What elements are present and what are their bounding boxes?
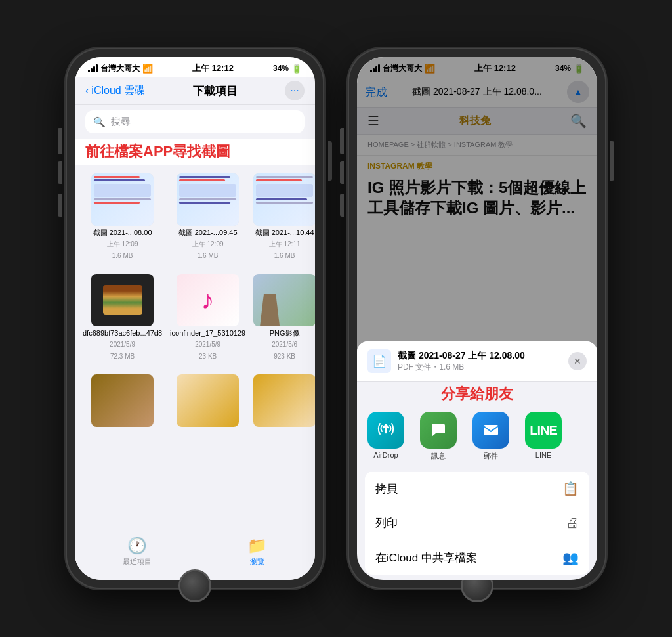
tab-browse[interactable]: 📁 瀏覽 <box>247 537 267 567</box>
list-item[interactable] <box>80 369 165 432</box>
mail-label: 郵件 <box>484 451 498 461</box>
battery-icon-1: 🔋 <box>291 64 302 74</box>
action-print[interactable]: 列印 🖨 <box>365 506 589 540</box>
phone-1-screen: 台灣大哥大 📶 上午 12:12 34% 🔋 ‹ iCloud 雲碟 <box>75 57 315 580</box>
list-item[interactable]: dfc689bf73ac6feb...47d8 2021/5/9 72.3 MB <box>80 269 165 366</box>
airdrop-icon <box>368 412 404 449</box>
phone-2-screen: 台灣大哥大 📶 上午 12:12 34% 🔋 完成 截圖 2021-08-27 … <box>357 57 597 580</box>
signal-icon <box>88 64 98 72</box>
share-sheet: 📄 截圖 2021-08-27 上午 12.08.00 PDF 文件・1.6 M… <box>357 341 597 580</box>
share-file-info: 截圖 2021-08-27 上午 12.08.00 PDF 文件・1.6 MB <box>398 350 562 373</box>
list-item[interactable]: 截圖 2021-...10.44 上午 12:11 1.6 MB <box>251 168 315 266</box>
list-item[interactable]: 截圖 2021-...09.45 上午 12:09 1.6 MB <box>167 168 248 266</box>
more-button-1[interactable]: ··· <box>285 81 304 100</box>
share-app-airdrop[interactable]: AirDrop <box>365 412 407 461</box>
list-item[interactable] <box>251 369 315 432</box>
mail-icon <box>472 412 509 449</box>
file-size: 1.6 MB <box>112 252 133 261</box>
file-meta: 2021/5/9 <box>195 340 220 349</box>
tab-recent-label: 最近項目 <box>123 557 152 567</box>
icloud-share-icon: 👥 <box>562 550 579 565</box>
list-item[interactable]: ♪ iconfinder_17_5310129 2021/5/9 23 KB <box>167 269 248 366</box>
file-size: 72.3 MB <box>110 352 135 361</box>
back-button-1[interactable]: ‹ iCloud 雲碟 <box>85 84 145 98</box>
volume-down-button <box>58 194 62 217</box>
time-label-1: 上午 12:12 <box>192 62 234 74</box>
file-size: 23 KB <box>199 352 217 361</box>
file-thumbnail <box>177 374 239 427</box>
share-app-line[interactable]: LINE LINE <box>522 412 564 461</box>
file-meta: 上午 12:09 <box>192 240 224 249</box>
list-item[interactable] <box>167 369 248 432</box>
file-size: 1.6 MB <box>198 252 219 261</box>
search-input-1[interactable]: 🔍 搜尋 <box>85 110 304 133</box>
share-annotation: 分享給朋友 <box>357 382 597 406</box>
line-label: LINE <box>536 451 551 459</box>
home-button-1[interactable] <box>178 569 211 602</box>
svg-rect-0 <box>484 425 498 435</box>
copy-icon: 📋 <box>562 481 579 496</box>
messages-icon <box>420 412 457 449</box>
volume-up-button <box>58 161 62 184</box>
file-size: 1.6 MB <box>274 252 295 261</box>
action-icloud-share[interactable]: 在iCloud 中共享檔案 👥 <box>365 540 589 575</box>
file-thumbnail: ♪ <box>177 274 239 326</box>
file-thumbnail <box>91 274 154 326</box>
list-item[interactable]: PNG影像 2021/5/6 923 KB <box>251 269 315 366</box>
phone-2: 台灣大哥大 📶 上午 12:12 34% 🔋 完成 截圖 2021-08-27 … <box>349 49 605 588</box>
file-thumbnail <box>91 173 154 226</box>
file-meta: 2021/5/6 <box>272 340 297 349</box>
share-app-mail[interactable]: 郵件 <box>470 412 512 461</box>
folder-icon: 📁 <box>247 537 267 555</box>
file-name: 截圖 2021-...09.45 <box>178 229 238 237</box>
file-meta: 上午 12:09 <box>107 240 138 249</box>
mute-button-2 <box>340 128 344 146</box>
file-thumbnail <box>91 374 154 427</box>
annotation-1: 前往檔案APP尋找截圖 <box>75 139 315 165</box>
chevron-left-icon: ‹ <box>85 85 89 97</box>
airdrop-label: AirDrop <box>373 451 398 459</box>
status-bar-1: 台灣大哥大 📶 上午 12:12 34% 🔋 <box>75 57 315 77</box>
music-note-icon: ♪ <box>201 285 215 315</box>
nav-title-1: 下載項目 <box>193 83 238 99</box>
file-name: dfc689bf73ac6feb...47d8 <box>83 329 162 338</box>
clock-icon: 🕐 <box>127 537 147 555</box>
search-placeholder-1: 搜尋 <box>111 116 131 128</box>
share-actions: 拷貝 📋 列印 🖨 在iCloud 中共享檔案 👥 <box>365 472 589 575</box>
phones-container: 台灣大哥大 📶 上午 12:12 34% 🔋 ‹ iCloud 雲碟 <box>0 23 672 614</box>
files-grid-1: 截圖 2021-...08.00 上午 12:09 1.6 MB <box>75 165 315 435</box>
action-print-label: 列印 <box>375 516 398 531</box>
file-name: 截圖 2021-...08.00 <box>93 229 152 237</box>
print-icon: 🖨 <box>566 516 579 531</box>
status-left-1: 台灣大哥大 📶 <box>88 63 153 74</box>
action-icloud-share-label: 在iCloud 中共享檔案 <box>375 550 477 565</box>
share-file-meta: PDF 文件・1.6 MB <box>398 362 562 373</box>
search-bar-1: 🔍 搜尋 <box>75 105 315 139</box>
file-meta: 2021/5/9 <box>110 340 135 349</box>
tab-recent[interactable]: 🕐 最近項目 <box>123 537 152 567</box>
action-copy[interactable]: 拷貝 📋 <box>365 472 589 506</box>
share-file-name: 截圖 2021-08-27 上午 12.08.00 <box>398 350 562 362</box>
file-thumbnail <box>253 274 315 326</box>
volume-down-button-2 <box>340 194 344 217</box>
tab-browse-label: 瀏覽 <box>250 557 264 567</box>
action-copy-label: 拷貝 <box>375 481 398 496</box>
share-sheet-overlay[interactable]: 📄 截圖 2021-08-27 上午 12.08.00 PDF 文件・1.6 M… <box>357 57 597 580</box>
back-label-1: iCloud 雲碟 <box>91 84 145 98</box>
file-thumbnail <box>177 173 239 226</box>
wifi-icon-1: 📶 <box>142 64 153 74</box>
file-icon: 📄 <box>368 349 391 373</box>
mute-button <box>58 128 62 146</box>
file-name: iconfinder_17_5310129 <box>170 329 245 338</box>
line-icon: LINE <box>525 412 562 449</box>
file-meta: 上午 12:11 <box>269 240 301 249</box>
file-size: 923 KB <box>274 352 295 361</box>
share-app-messages[interactable]: 訊息 <box>417 412 459 461</box>
file-thumbnail <box>253 173 315 226</box>
share-close-button[interactable]: ✕ <box>568 352 587 370</box>
share-apps-row: AirDrop 訊息 <box>357 406 597 466</box>
file-name: PNG影像 <box>270 329 300 338</box>
list-item[interactable]: 截圖 2021-...08.00 上午 12:09 1.6 MB <box>80 168 165 266</box>
battery-pct-1: 34% <box>273 64 289 73</box>
share-header: 📄 截圖 2021-08-27 上午 12.08.00 PDF 文件・1.6 M… <box>357 341 597 382</box>
